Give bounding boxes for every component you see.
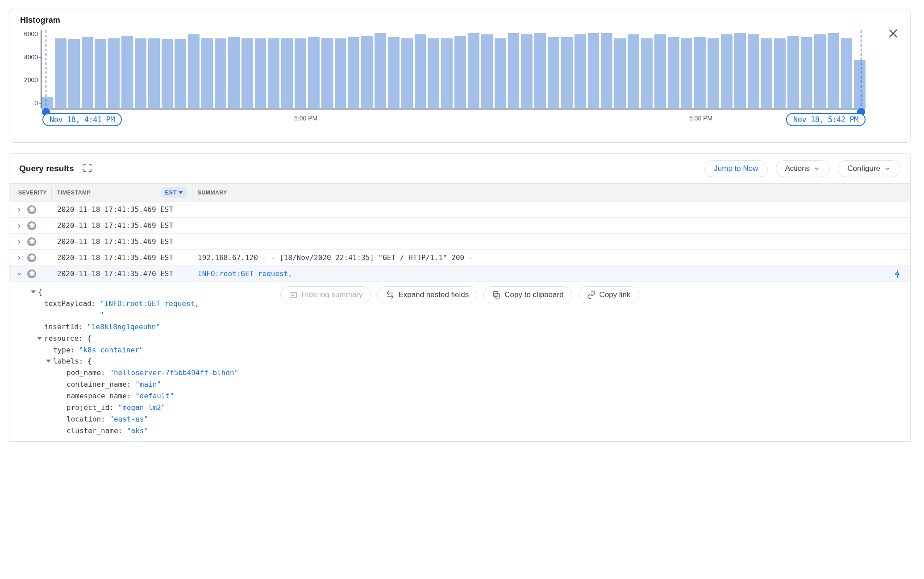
chevron-down-icon[interactable]	[16, 270, 23, 277]
histogram-bar[interactable]	[801, 37, 812, 108]
jump-to-now-button[interactable]: Jump to Now	[704, 160, 767, 177]
histogram-bar[interactable]	[481, 34, 493, 108]
histogram-bar[interactable]	[774, 38, 786, 109]
histogram-bar[interactable]	[681, 38, 693, 109]
histogram-bar[interactable]	[108, 38, 120, 109]
histogram-bar[interactable]	[708, 38, 719, 109]
histogram-bar[interactable]	[668, 37, 679, 108]
log-row-severity: ✱	[9, 267, 52, 281]
histogram-bar[interactable]	[588, 33, 599, 108]
configure-button[interactable]: Configure	[838, 160, 900, 177]
chevron-right-icon[interactable]	[16, 238, 23, 245]
severity-default-icon: ✱	[27, 237, 36, 246]
caret-down-icon[interactable]	[37, 333, 43, 344]
expand-icon	[386, 290, 395, 299]
histogram-bar[interactable]	[601, 33, 612, 108]
histogram-bar[interactable]	[628, 34, 639, 108]
json-line: location: "east-us"	[23, 414, 906, 425]
histogram-bar[interactable]	[95, 39, 106, 108]
histogram-bar[interactable]	[148, 38, 160, 109]
histogram-bar[interactable]	[241, 38, 253, 109]
log-row-summary: INFO:root:GET request,	[192, 267, 892, 281]
histogram-bar[interactable]	[721, 34, 733, 108]
histogram-bar[interactable]	[321, 38, 333, 109]
histogram-bar[interactable]	[188, 34, 200, 108]
histogram-bar[interactable]	[454, 36, 466, 108]
histogram-bar[interactable]	[787, 36, 799, 108]
histogram-bar[interactable]	[55, 38, 67, 109]
histogram-bar[interactable]	[734, 33, 746, 108]
histogram-bar[interactable]	[495, 38, 506, 109]
svg-rect-4	[290, 292, 297, 298]
histogram-bar[interactable]	[255, 38, 266, 109]
histogram-bar[interactable]	[268, 38, 279, 109]
histogram-bar[interactable]	[641, 38, 653, 109]
histogram-bar[interactable]	[375, 33, 386, 108]
histogram-bar[interactable]	[348, 37, 359, 108]
histogram-bar[interactable]	[388, 37, 400, 108]
histogram-bar[interactable]	[201, 38, 213, 109]
histogram-bar[interactable]	[361, 36, 373, 108]
svg-marker-2	[179, 191, 183, 194]
log-row[interactable]: ✱2020-11-18 17:41:35.469 EST192.168.67.1…	[9, 250, 910, 266]
histogram-bar[interactable]	[748, 34, 759, 108]
fullscreen-icon[interactable]	[82, 162, 93, 175]
copy-link-button[interactable]: Copy link	[579, 286, 639, 303]
histogram-bars[interactable]	[42, 30, 866, 108]
histogram-bar[interactable]	[694, 37, 706, 108]
pin-icon[interactable]	[892, 269, 902, 279]
histogram-bar[interactable]	[574, 34, 586, 108]
timezone-selector[interactable]: EST	[162, 187, 187, 198]
chevron-right-icon[interactable]	[16, 254, 23, 261]
histogram-bar[interactable]	[534, 33, 546, 108]
histogram-bar[interactable]	[468, 33, 479, 108]
histogram-bar[interactable]	[428, 38, 439, 109]
log-row[interactable]: ✱2020-11-18 17:41:35.469 EST	[9, 218, 910, 234]
histogram-bar[interactable]	[548, 37, 559, 108]
histogram-bar[interactable]	[121, 36, 133, 108]
histogram-bar[interactable]	[401, 38, 413, 109]
histogram-bar[interactable]	[308, 37, 320, 108]
hide-log-summary-button[interactable]: Hide log summary	[280, 286, 371, 303]
histogram-bar[interactable]	[215, 38, 226, 109]
json-line: "	[23, 310, 906, 321]
histogram-bar[interactable]	[335, 38, 346, 109]
log-row[interactable]: ✱2020-11-18 17:41:35.470 ESTINFO:root:GE…	[9, 266, 910, 282]
histogram-bar[interactable]	[82, 37, 93, 108]
histogram-bar[interactable]	[854, 60, 866, 108]
histogram-bar[interactable]	[68, 39, 80, 108]
caret-down-icon[interactable]	[46, 356, 52, 367]
histogram-bar[interactable]	[135, 38, 146, 109]
histogram-bar[interactable]	[521, 34, 533, 108]
histogram-bar[interactable]	[295, 38, 306, 109]
histogram-bar[interactable]	[561, 37, 573, 108]
log-row[interactable]: ✱2020-11-18 17:41:35.469 EST	[9, 202, 910, 218]
histogram-end-pill[interactable]: Nov 18, 5:42 PM	[786, 113, 866, 126]
histogram-bar[interactable]	[761, 38, 773, 109]
chevron-down-icon	[884, 165, 891, 172]
actions-button[interactable]: Actions	[776, 160, 830, 177]
histogram-bar[interactable]	[508, 33, 520, 108]
histogram-bar[interactable]	[654, 34, 666, 108]
histogram-bar[interactable]	[828, 33, 839, 108]
histogram-bar[interactable]	[281, 38, 293, 109]
histogram-bar[interactable]	[614, 38, 626, 109]
histogram-bar[interactable]	[841, 38, 853, 109]
chevron-right-icon[interactable]	[16, 206, 23, 213]
histogram-bar[interactable]	[42, 97, 53, 108]
expand-nested-fields-button[interactable]: Expand nested fields	[377, 286, 477, 303]
close-icon[interactable]	[887, 27, 899, 40]
histogram-bar[interactable]	[175, 39, 186, 108]
histogram-start-pill[interactable]: Nov 18, 4:41 PM	[42, 113, 122, 126]
log-row[interactable]: ✱2020-11-18 17:41:35.469 EST	[9, 234, 910, 250]
histogram-bar[interactable]	[228, 37, 240, 108]
chevron-right-icon[interactable]	[16, 222, 23, 229]
log-entry-detail: Hide log summary Expand nested fields Co…	[9, 282, 910, 441]
copy-to-clipboard-button[interactable]: Copy to clipboard	[483, 286, 572, 303]
y-axis-tick: 6000	[18, 30, 38, 37]
histogram-bar[interactable]	[415, 34, 426, 108]
histogram-bar[interactable]	[162, 39, 173, 108]
histogram-bar[interactable]	[814, 34, 826, 108]
histogram-slider-track[interactable]	[42, 108, 866, 110]
histogram-bar[interactable]	[441, 38, 453, 109]
